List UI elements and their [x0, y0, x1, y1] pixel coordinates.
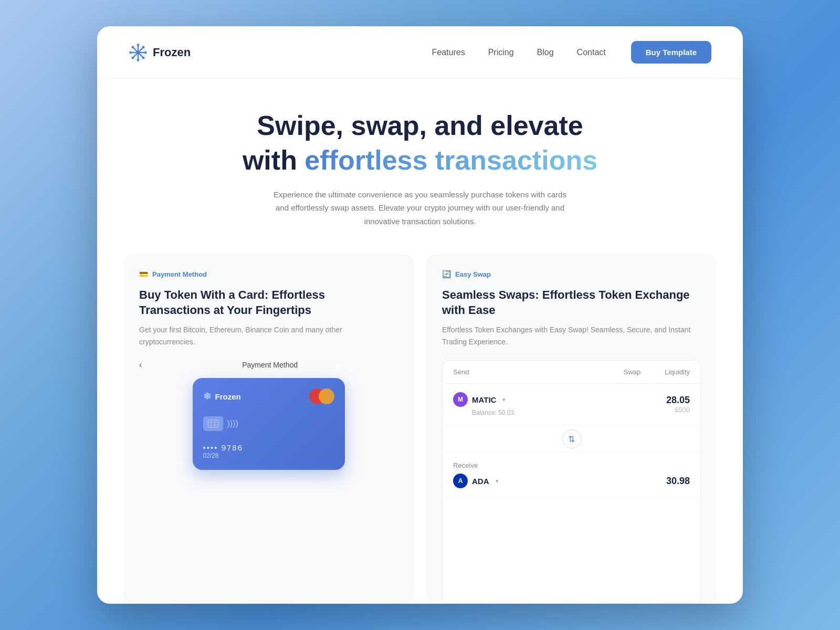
- nav-links: Features Pricing Blog Contact: [432, 48, 606, 57]
- card-snowflake-icon: ❄: [203, 391, 211, 402]
- svg-point-12: [132, 56, 134, 59]
- payment-panel-header: ‹ Payment Method: [139, 360, 398, 370]
- swap-tag: 🔄 Easy Swap: [442, 270, 701, 278]
- swap-card-title: Seamless Swaps: Effortless Token Exchang…: [442, 288, 701, 318]
- receive-chevron-icon[interactable]: ▾: [496, 478, 498, 484]
- svg-point-5: [137, 44, 140, 46]
- card-number: •••• 9786: [203, 443, 334, 452]
- swap-card-desc: Effortless Token Exchanges with Easy Swa…: [442, 324, 701, 348]
- receive-amount-area: 30.98: [666, 476, 690, 487]
- receive-token-main: A ADA ▾: [453, 474, 560, 488]
- send-token-main: M MATIC ▾: [453, 392, 560, 407]
- swap-divider: ⇅: [443, 425, 700, 453]
- logo-text: Frozen: [153, 46, 191, 59]
- nav-pricing[interactable]: Pricing: [488, 48, 514, 57]
- receive-token-name: ADA: [472, 477, 489, 486]
- swap-arrows-button[interactable]: ⇅: [562, 429, 581, 448]
- svg-point-13: [136, 50, 140, 54]
- payment-card: 💳 Payment Method Buy Token With a Card: …: [123, 254, 414, 604]
- svg-point-9: [132, 46, 134, 48]
- send-chevron-icon[interactable]: ▾: [502, 397, 505, 403]
- balance-value: 50.03: [498, 409, 514, 416]
- svg-point-6: [137, 59, 140, 61]
- svg-point-10: [142, 56, 145, 59]
- send-token-name: MATIC: [472, 395, 496, 404]
- payment-card-desc: Get your first Bitcoin, Ethereum, Binanc…: [139, 324, 398, 348]
- swap-tag-label: Easy Swap: [455, 270, 491, 278]
- payment-area: ‹ Payment Method ❄ Frozen: [139, 360, 398, 604]
- svg-point-7: [129, 51, 132, 54]
- app-window: Frozen Features Pricing Blog Contact Buy…: [97, 26, 743, 604]
- matic-icon: M: [453, 392, 468, 407]
- header-send: Send: [453, 368, 616, 376]
- cards-row: 💳 Payment Method Buy Token With a Card: …: [97, 254, 743, 604]
- receive-token-info: Receive A ADA ▾: [453, 461, 560, 490]
- credit-card: ❄ Frozen )))): [193, 378, 345, 470]
- send-balance: Balance: 50.03: [453, 409, 560, 416]
- svg-rect-14: [208, 420, 218, 427]
- send-amount: 28.05: [666, 395, 690, 406]
- payment-tag-icon: 💳: [139, 270, 148, 278]
- swap-card: 🔄 Easy Swap Seamless Swaps: Effortless T…: [426, 254, 717, 604]
- card-nfc-icon: )))): [227, 419, 238, 428]
- swap-tag-icon: 🔄: [442, 270, 451, 278]
- svg-point-8: [144, 51, 147, 54]
- send-row: M MATIC ▾ Balance: 50.03 28.05 $500: [443, 384, 700, 425]
- swap-table: Send Swap Liquidity M MATIC ▾ Balance:: [442, 360, 701, 604]
- payment-tag-label: Payment Method: [152, 270, 207, 278]
- navbar: Frozen Features Pricing Blog Contact Buy…: [97, 26, 743, 79]
- svg-point-11: [142, 46, 145, 48]
- hero-subtitle: Experience the ultimate convenience as y…: [273, 188, 567, 228]
- hero-accent: effortless transactions: [304, 145, 597, 175]
- mc-orange-circle: [319, 388, 334, 404]
- card-brand: ❄ Frozen: [203, 391, 241, 402]
- card-brand-name: Frozen: [215, 392, 241, 401]
- send-token-info: M MATIC ▾ Balance: 50.03: [453, 392, 560, 416]
- receive-row: Receive A ADA ▾ 30.98: [443, 453, 700, 499]
- balance-label: Balance:: [472, 409, 497, 416]
- header-liquidity: Liquidity: [648, 368, 690, 376]
- logo-area: Frozen: [129, 43, 191, 62]
- card-top: ❄ Frozen: [203, 388, 334, 404]
- hero-plain: with: [243, 145, 304, 175]
- send-usd: $500: [666, 406, 690, 414]
- payment-tag: 💳 Payment Method: [139, 270, 398, 278]
- payment-panel-title: Payment Method: [242, 361, 298, 369]
- payment-back-button[interactable]: ‹: [139, 360, 142, 370]
- hero-section: Swipe, swap, and elevate with effortless…: [97, 79, 743, 254]
- ada-icon: A: [453, 474, 468, 488]
- hero-title-line1: Swipe, swap, and elevate: [139, 110, 701, 142]
- swap-table-header: Send Swap Liquidity: [443, 361, 700, 384]
- receive-amount: 30.98: [666, 476, 690, 487]
- nav-features[interactable]: Features: [432, 48, 465, 57]
- receive-label: Receive: [453, 461, 560, 469]
- card-chip: [203, 416, 223, 431]
- payment-card-title: Buy Token With a Card: Effortless Transa…: [139, 288, 398, 318]
- header-swap: Swap: [616, 368, 648, 376]
- hero-title-line2: with effortless transactions: [139, 145, 701, 176]
- buy-template-button[interactable]: Buy Template: [631, 41, 711, 64]
- mastercard-logo: [309, 388, 334, 404]
- nav-contact[interactable]: Contact: [577, 48, 606, 57]
- nav-blog[interactable]: Blog: [537, 48, 554, 57]
- card-expiry: 02/28: [203, 452, 334, 459]
- card-chip-area: )))): [203, 416, 334, 431]
- logo-icon: [129, 43, 148, 62]
- send-amount-area: 28.05 $500: [666, 395, 690, 414]
